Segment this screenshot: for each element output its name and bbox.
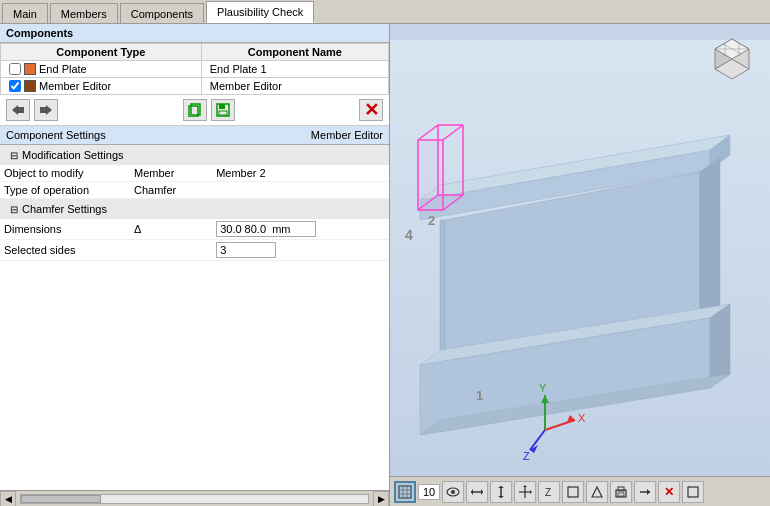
toolbar-back-btn[interactable] bbox=[6, 99, 30, 121]
type-of-operation-label: Type of operation bbox=[0, 182, 130, 199]
modification-group-label: Modification Settings bbox=[22, 149, 124, 161]
content-area: Components Component Type Component Name bbox=[0, 24, 770, 506]
viewport-3d[interactable]: 4 2 1 X Y bbox=[390, 24, 770, 506]
svg-text:Z: Z bbox=[523, 450, 530, 462]
svg-rect-3 bbox=[40, 107, 46, 113]
view-btn-eye[interactable] bbox=[442, 481, 464, 503]
svg-rect-75 bbox=[688, 487, 698, 497]
svg-marker-69 bbox=[592, 487, 602, 497]
settings-table: ⊟ Modification Settings Object to modify… bbox=[0, 145, 389, 261]
svg-rect-8 bbox=[219, 111, 227, 115]
forward-icon bbox=[39, 104, 53, 116]
svg-marker-65 bbox=[523, 485, 527, 487]
dimensions-row: Dimensions Δ bbox=[0, 219, 389, 240]
chamfer-group-label: Chamfer Settings bbox=[22, 203, 107, 215]
3d-scene-svg: 4 2 1 X Y bbox=[390, 24, 770, 506]
svg-text:X: X bbox=[578, 412, 586, 424]
svg-rect-50 bbox=[399, 486, 411, 498]
view-btn-fit-all[interactable] bbox=[514, 481, 536, 503]
svg-point-56 bbox=[451, 490, 455, 494]
dimensions-delta: Δ bbox=[130, 219, 212, 240]
row2-checkbox[interactable] bbox=[9, 80, 21, 92]
components-table: Component Type Component Name End Plate bbox=[0, 43, 389, 95]
toolbar-copy-btn[interactable] bbox=[183, 99, 207, 121]
fit-all-icon bbox=[518, 485, 532, 499]
components-section-header: Components bbox=[0, 24, 389, 43]
modification-group-row: ⊟ Modification Settings bbox=[0, 145, 389, 165]
svg-marker-74 bbox=[647, 489, 650, 495]
type-of-operation-value: Chamfer bbox=[130, 182, 212, 199]
svg-text:Y: Y bbox=[539, 382, 547, 394]
nav-cube[interactable] bbox=[705, 34, 760, 89]
components-toolbar: ✕ bbox=[0, 95, 389, 126]
tab-plausibility[interactable]: Plausibility Check bbox=[206, 1, 314, 23]
view-btn-maximize[interactable] bbox=[682, 481, 704, 503]
scroll-right-arrow[interactable]: ▶ bbox=[373, 491, 389, 507]
row1-name: End Plate 1 bbox=[201, 61, 388, 78]
view-btn-z[interactable]: Z bbox=[538, 481, 560, 503]
selected-sides-row: Selected sides bbox=[0, 240, 389, 261]
selected-sides-label: Selected sides bbox=[0, 240, 130, 261]
col-type-header: Component Type bbox=[1, 44, 202, 61]
tab-main[interactable]: Main bbox=[2, 3, 48, 23]
dimensions-label: Dimensions bbox=[0, 219, 130, 240]
svg-marker-66 bbox=[530, 490, 532, 494]
toolbar-save-btn[interactable] bbox=[211, 99, 235, 121]
scroll-left-arrow[interactable]: ◀ bbox=[0, 491, 16, 507]
eye-icon bbox=[446, 485, 460, 499]
object-to-modify-value2: Member 2 bbox=[212, 165, 367, 182]
main-container: Main Members Components Plausibility Che… bbox=[0, 0, 770, 506]
col-name-header: Component Name bbox=[201, 44, 388, 61]
object-to-modify-row: Object to modify Member Member 2 bbox=[0, 165, 389, 182]
box-icon bbox=[566, 485, 580, 499]
chamfer-group-row: ⊟ Chamfer Settings bbox=[0, 199, 389, 220]
settings-section-header: Component Settings Member Editor bbox=[0, 126, 389, 145]
copy-icon bbox=[188, 103, 202, 117]
view-toolbar: 10 Z bbox=[390, 476, 770, 506]
toolbar-delete-btn[interactable]: ✕ bbox=[359, 99, 383, 121]
save-icon bbox=[216, 103, 230, 117]
view-btn-box[interactable] bbox=[562, 481, 584, 503]
collapse-chamfer-icon[interactable]: ⊟ bbox=[10, 204, 18, 215]
object-to-modify-label: Object to modify bbox=[0, 165, 130, 182]
view-btn-print[interactable] bbox=[610, 481, 632, 503]
fit-h-icon bbox=[470, 485, 484, 499]
tabs-bar: Main Members Components Plausibility Che… bbox=[0, 0, 770, 24]
settings-header-right: Member Editor bbox=[311, 129, 383, 141]
object-to-modify-value1: Member bbox=[130, 165, 212, 182]
view-btn-fit-h[interactable] bbox=[466, 481, 488, 503]
svg-marker-61 bbox=[498, 486, 504, 488]
svg-text:1: 1 bbox=[476, 388, 483, 403]
type-of-operation-row: Type of operation Chamfer bbox=[0, 182, 389, 199]
view-btn-grid[interactable] bbox=[394, 481, 416, 503]
row1-type: End Plate bbox=[1, 61, 202, 78]
render-icon bbox=[590, 485, 604, 499]
row1-type-label: End Plate bbox=[39, 63, 87, 75]
print-icon bbox=[614, 485, 628, 499]
view-btn-close[interactable]: ✕ bbox=[658, 481, 680, 503]
z-icon: Z bbox=[542, 485, 556, 499]
dimensions-input[interactable] bbox=[216, 221, 316, 237]
table-row: Member Editor Member Editor bbox=[1, 78, 389, 95]
grid-icon bbox=[398, 485, 412, 499]
svg-marker-62 bbox=[498, 496, 504, 498]
row2-type: Member Editor bbox=[1, 78, 202, 95]
svg-rect-68 bbox=[568, 487, 578, 497]
scrollbar-track[interactable] bbox=[20, 494, 369, 504]
view-btn-arrow[interactable] bbox=[634, 481, 656, 503]
view-btn-render[interactable] bbox=[586, 481, 608, 503]
toolbar-forward-btn[interactable] bbox=[34, 99, 58, 121]
nav-cube-svg bbox=[705, 34, 760, 89]
row1-checkbox[interactable] bbox=[9, 63, 21, 75]
svg-text:2: 2 bbox=[428, 213, 435, 228]
selected-sides-input[interactable] bbox=[216, 242, 276, 258]
tab-components[interactable]: Components bbox=[120, 3, 204, 23]
view-btn-fit-v[interactable] bbox=[490, 481, 512, 503]
maximize-icon bbox=[686, 485, 700, 499]
collapse-modification-icon[interactable]: ⊟ bbox=[10, 150, 18, 161]
tab-members[interactable]: Members bbox=[50, 3, 118, 23]
view-number-display[interactable]: 10 bbox=[418, 484, 440, 500]
fit-v-icon bbox=[494, 485, 508, 499]
back-icon bbox=[11, 104, 25, 116]
svg-rect-7 bbox=[219, 104, 225, 109]
